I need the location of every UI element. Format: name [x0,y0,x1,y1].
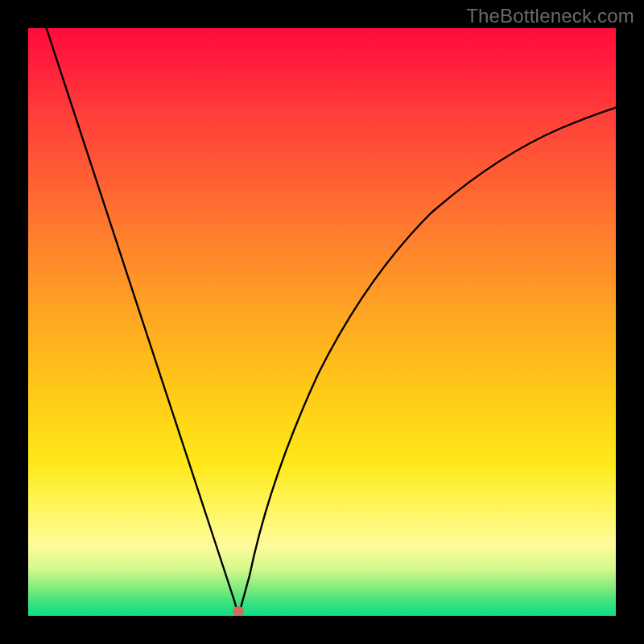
watermark-text: TheBottleneck.com [466,5,634,27]
bottleneck-curve [28,28,616,616]
curve-left-branch [45,28,238,611]
minimum-marker [233,606,244,616]
curve-right-branch [238,106,616,611]
plot-area [28,28,616,616]
chart-frame: TheBottleneck.com [0,0,644,644]
